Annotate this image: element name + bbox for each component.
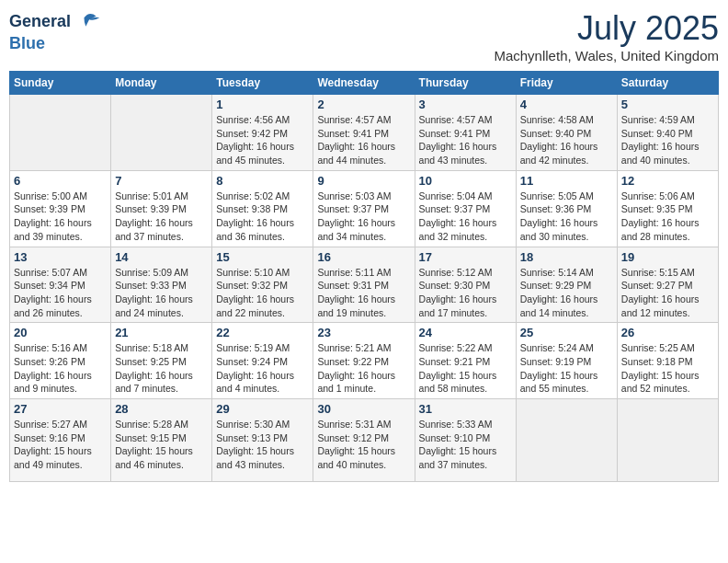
calendar-cell: 18Sunrise: 5:14 AM Sunset: 9:29 PM Dayli…: [516, 247, 617, 323]
day-info: Sunrise: 5:30 AM Sunset: 9:13 PM Dayligh…: [216, 418, 309, 472]
calendar-cell: [516, 399, 617, 482]
day-info: Sunrise: 4:58 AM Sunset: 9:40 PM Dayligh…: [520, 113, 613, 167]
day-number: 7: [115, 174, 208, 188]
day-number: 17: [419, 250, 512, 264]
day-info: Sunrise: 4:59 AM Sunset: 9:40 PM Dayligh…: [621, 113, 714, 167]
logo-line2: Blue: [9, 35, 103, 53]
day-info: Sunrise: 5:19 AM Sunset: 9:24 PM Dayligh…: [216, 341, 309, 396]
calendar-cell: 22Sunrise: 5:19 AM Sunset: 9:24 PM Dayli…: [212, 323, 313, 399]
calendar-cell: 4Sunrise: 4:58 AM Sunset: 9:40 PM Daylig…: [516, 95, 617, 171]
day-info: Sunrise: 5:02 AM Sunset: 9:38 PM Dayligh…: [216, 190, 309, 244]
calendar-cell: 10Sunrise: 5:04 AM Sunset: 9:37 PM Dayli…: [415, 170, 516, 247]
day-info: Sunrise: 5:21 AM Sunset: 9:22 PM Dayligh…: [317, 341, 410, 396]
day-number: 24: [419, 326, 512, 339]
page-header: General Blue July 2025 Machynlleth, Wale…: [9, 9, 719, 63]
location-subtitle: Machynlleth, Wales, United Kingdom: [494, 48, 719, 63]
calendar-cell: 7Sunrise: 5:01 AM Sunset: 9:39 PM Daylig…: [111, 170, 212, 247]
day-info: Sunrise: 5:25 AM Sunset: 9:18 PM Dayligh…: [621, 341, 714, 396]
calendar-week-row: 1Sunrise: 4:56 AM Sunset: 9:42 PM Daylig…: [10, 95, 719, 171]
calendar-cell: 29Sunrise: 5:30 AM Sunset: 9:13 PM Dayli…: [212, 399, 313, 482]
day-info: Sunrise: 5:11 AM Sunset: 9:31 PM Dayligh…: [317, 266, 410, 320]
logo-line1: General: [9, 9, 103, 35]
logo-accent: [71, 12, 75, 30]
header-wednesday: Wednesday: [313, 72, 415, 95]
day-info: Sunrise: 5:15 AM Sunset: 9:27 PM Dayligh…: [621, 266, 714, 320]
header-sunday: Sunday: [10, 72, 111, 95]
day-info: Sunrise: 5:03 AM Sunset: 9:37 PM Dayligh…: [317, 190, 410, 244]
day-number: 23: [317, 326, 410, 339]
day-number: 16: [317, 250, 410, 264]
calendar-cell: 26Sunrise: 5:25 AM Sunset: 9:18 PM Dayli…: [617, 323, 718, 399]
day-info: Sunrise: 5:33 AM Sunset: 9:10 PM Dayligh…: [419, 418, 512, 472]
calendar-cell: 8Sunrise: 5:02 AM Sunset: 9:38 PM Daylig…: [212, 170, 313, 247]
day-info: Sunrise: 5:09 AM Sunset: 9:33 PM Dayligh…: [115, 266, 208, 320]
calendar-cell: 9Sunrise: 5:03 AM Sunset: 9:37 PM Daylig…: [313, 170, 415, 247]
day-number: 2: [317, 98, 410, 111]
day-number: 31: [419, 402, 512, 416]
calendar-cell: 3Sunrise: 4:57 AM Sunset: 9:41 PM Daylig…: [415, 95, 516, 171]
day-info: Sunrise: 5:14 AM Sunset: 9:29 PM Dayligh…: [520, 266, 613, 320]
calendar-week-row: 27Sunrise: 5:27 AM Sunset: 9:16 PM Dayli…: [10, 399, 719, 482]
calendar-cell: 16Sunrise: 5:11 AM Sunset: 9:31 PM Dayli…: [313, 247, 415, 323]
calendar-cell: 1Sunrise: 4:56 AM Sunset: 9:42 PM Daylig…: [212, 95, 313, 171]
day-info: Sunrise: 5:12 AM Sunset: 9:30 PM Dayligh…: [419, 266, 512, 320]
calendar-week-row: 20Sunrise: 5:16 AM Sunset: 9:26 PM Dayli…: [10, 323, 719, 399]
day-info: Sunrise: 5:01 AM Sunset: 9:39 PM Dayligh…: [115, 190, 208, 244]
day-number: 3: [419, 98, 512, 111]
calendar-cell: [10, 95, 111, 171]
day-number: 4: [520, 98, 613, 111]
logo-bird-icon: [77, 9, 103, 35]
day-number: 14: [115, 250, 208, 264]
day-info: Sunrise: 5:04 AM Sunset: 9:37 PM Dayligh…: [419, 190, 512, 244]
day-info: Sunrise: 5:16 AM Sunset: 9:26 PM Dayligh…: [14, 341, 107, 396]
calendar-cell: 15Sunrise: 5:10 AM Sunset: 9:32 PM Dayli…: [212, 247, 313, 323]
calendar-cell: 19Sunrise: 5:15 AM Sunset: 9:27 PM Dayli…: [617, 247, 718, 323]
day-number: 26: [621, 326, 714, 339]
calendar-cell: 31Sunrise: 5:33 AM Sunset: 9:10 PM Dayli…: [415, 399, 516, 482]
day-number: 13: [14, 250, 107, 264]
day-number: 9: [317, 174, 410, 188]
day-info: Sunrise: 4:57 AM Sunset: 9:41 PM Dayligh…: [419, 113, 512, 167]
day-info: Sunrise: 5:28 AM Sunset: 9:15 PM Dayligh…: [115, 418, 208, 472]
day-number: 8: [216, 174, 309, 188]
title-block: July 2025 Machynlleth, Wales, United Kin…: [494, 9, 719, 63]
calendar-cell: 2Sunrise: 4:57 AM Sunset: 9:41 PM Daylig…: [313, 95, 415, 171]
day-number: 22: [216, 326, 309, 339]
day-info: Sunrise: 5:07 AM Sunset: 9:34 PM Dayligh…: [14, 266, 107, 320]
day-number: 20: [14, 326, 107, 339]
calendar-cell: 12Sunrise: 5:06 AM Sunset: 9:35 PM Dayli…: [617, 170, 718, 247]
day-info: Sunrise: 5:05 AM Sunset: 9:36 PM Dayligh…: [520, 190, 613, 244]
day-info: Sunrise: 5:06 AM Sunset: 9:35 PM Dayligh…: [621, 190, 714, 244]
day-number: 15: [216, 250, 309, 264]
day-number: 10: [419, 174, 512, 188]
day-info: Sunrise: 5:22 AM Sunset: 9:21 PM Dayligh…: [419, 341, 512, 396]
day-number: 21: [115, 326, 208, 339]
day-number: 12: [621, 174, 714, 188]
day-info: Sunrise: 5:10 AM Sunset: 9:32 PM Dayligh…: [216, 266, 309, 320]
day-info: Sunrise: 5:31 AM Sunset: 9:12 PM Dayligh…: [317, 418, 410, 472]
calendar-week-row: 6Sunrise: 5:00 AM Sunset: 9:39 PM Daylig…: [10, 170, 719, 247]
day-info: Sunrise: 5:00 AM Sunset: 9:39 PM Dayligh…: [14, 190, 107, 244]
day-info: Sunrise: 5:24 AM Sunset: 9:19 PM Dayligh…: [520, 341, 613, 396]
header-monday: Monday: [111, 72, 212, 95]
calendar-cell: [111, 95, 212, 171]
day-info: Sunrise: 5:18 AM Sunset: 9:25 PM Dayligh…: [115, 341, 208, 396]
day-info: Sunrise: 4:56 AM Sunset: 9:42 PM Dayligh…: [216, 113, 309, 167]
calendar-cell: 17Sunrise: 5:12 AM Sunset: 9:30 PM Dayli…: [415, 247, 516, 323]
calendar-table: SundayMondayTuesdayWednesdayThursdayFrid…: [9, 71, 719, 482]
logo: General Blue: [9, 9, 103, 53]
calendar-cell: 21Sunrise: 5:18 AM Sunset: 9:25 PM Dayli…: [111, 323, 212, 399]
day-info: Sunrise: 5:27 AM Sunset: 9:16 PM Dayligh…: [14, 418, 107, 472]
header-tuesday: Tuesday: [212, 72, 313, 95]
calendar-cell: 28Sunrise: 5:28 AM Sunset: 9:15 PM Dayli…: [111, 399, 212, 482]
day-number: 1: [216, 98, 309, 111]
day-number: 11: [520, 174, 613, 188]
day-number: 6: [14, 174, 107, 188]
day-number: 25: [520, 326, 613, 339]
calendar-week-row: 13Sunrise: 5:07 AM Sunset: 9:34 PM Dayli…: [10, 247, 719, 323]
calendar-cell: 24Sunrise: 5:22 AM Sunset: 9:21 PM Dayli…: [415, 323, 516, 399]
calendar-cell: 30Sunrise: 5:31 AM Sunset: 9:12 PM Dayli…: [313, 399, 415, 482]
calendar-header-row: SundayMondayTuesdayWednesdayThursdayFrid…: [10, 72, 719, 95]
calendar-cell: 25Sunrise: 5:24 AM Sunset: 9:19 PM Dayli…: [516, 323, 617, 399]
calendar-cell: 20Sunrise: 5:16 AM Sunset: 9:26 PM Dayli…: [10, 323, 111, 399]
